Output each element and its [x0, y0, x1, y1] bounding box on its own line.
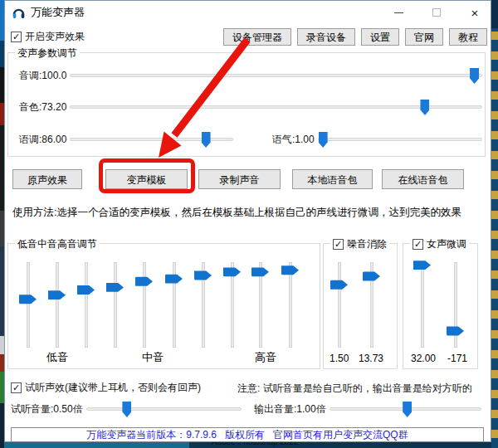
maximize-button[interactable]: [422, 2, 451, 23]
eq-thumb-10[interactable]: [281, 265, 299, 275]
tutorial-button[interactable]: 教程: [449, 28, 487, 46]
desktop: Adobe Photoshop 2022 万能变声器 × ✓ 开启变声效果 设备…: [0, 0, 498, 448]
topbar-buttons: 设备管理器 录音设备 设置 官网 教程: [223, 28, 487, 46]
timbre-slider[interactable]: [70, 99, 482, 115]
noise-thumb-2[interactable]: [363, 271, 380, 282]
intonation-slider[interactable]: [70, 131, 233, 148]
intonation-label: 语调:86.00: [19, 133, 66, 147]
eq-slider-4[interactable]: [105, 262, 125, 348]
original-voice-button[interactable]: 原声效果: [12, 169, 82, 189]
noise-value-2: 13.73: [359, 353, 383, 364]
output-volume-value: 1.00倍: [296, 403, 325, 415]
female-track-1[interactable]: [421, 262, 424, 348]
eq-track-5[interactable]: [143, 262, 146, 348]
intonation-slider-thumb[interactable]: [202, 132, 211, 148]
eq-thumb-2[interactable]: [48, 290, 66, 300]
eq-thumb-8[interactable]: [223, 266, 241, 277]
voice-template-button[interactable]: 变声模板: [105, 169, 188, 189]
close-button[interactable]: ×: [461, 2, 489, 23]
eq-slider-3[interactable]: [76, 262, 96, 348]
eq-slider-10[interactable]: [281, 262, 300, 348]
eq-track-2[interactable]: [56, 262, 59, 348]
noise-reduction-group: ✓ 噪音消除 1.50 13.73: [323, 243, 398, 369]
timbre-slider-thumb[interactable]: [420, 100, 429, 115]
female-slider-2[interactable]: [446, 262, 466, 348]
output-volume-thumb[interactable]: [403, 402, 412, 417]
eq-track-1[interactable]: [27, 262, 30, 348]
online-voice-pack-button[interactable]: 在线语音包: [382, 169, 464, 189]
enable-voice-label: 开启变声效果: [25, 30, 85, 44]
eq-slider-8[interactable]: [222, 262, 242, 348]
eq-thumb-7[interactable]: [194, 270, 212, 280]
usage-instructions: 使用方法:选择一个合适的变声模板，然后在模板基础上根据自己的声线进行微调，达到完…: [12, 206, 461, 220]
pitch-slider[interactable]: [70, 67, 482, 84]
female-value-2: -171: [447, 353, 467, 364]
eq-thumb-5[interactable]: [135, 276, 153, 287]
desktop-background-bottom: Adobe Photoshop 2022: [4, 442, 491, 448]
local-voice-pack-button[interactable]: 本地语音包: [292, 169, 373, 189]
listen-volume-slider[interactable]: [86, 401, 242, 417]
eq-slider-1[interactable]: [18, 262, 38, 348]
listen-volume-track[interactable]: [86, 407, 242, 411]
eq-slider-6[interactable]: [164, 262, 184, 348]
eq-thumb-4[interactable]: [106, 282, 124, 293]
checkbox-check-icon: ✓: [11, 382, 22, 393]
female-thumb-1[interactable]: [413, 260, 431, 270]
desktop-background-right: [491, 0, 498, 448]
timbre-value: 73.20: [42, 101, 66, 113]
female-slider-1[interactable]: [413, 262, 432, 348]
device-manager-button[interactable]: 设备管理器: [223, 28, 291, 46]
recording-device-button[interactable]: 录音设备: [297, 28, 355, 46]
settings-button[interactable]: 设置: [361, 28, 399, 46]
noise-slider-2[interactable]: [362, 262, 382, 348]
minimize-button[interactable]: [384, 2, 413, 23]
noise-thumb-1[interactable]: [330, 280, 348, 290]
pitch-slider-track[interactable]: [70, 74, 482, 77]
female-thumb-2[interactable]: [447, 325, 464, 336]
treble-label: 高音: [255, 350, 276, 365]
checkbox-check-icon: ✓: [333, 239, 344, 250]
tone-slider[interactable]: [318, 131, 482, 148]
record-voice-button[interactable]: 录制声音: [198, 169, 281, 189]
pitch-value: 100.0: [42, 70, 66, 81]
eq-track-10[interactable]: [289, 262, 292, 348]
tone-slider-track[interactable]: [318, 138, 482, 141]
voice-params-group-label: 变声参数调节: [15, 46, 80, 61]
version-text: 万能变声器当前版本：9.7.9.6 版权所有 官网首页有用户变声交流QQ群: [86, 428, 408, 442]
eq-track-3[interactable]: [85, 262, 88, 348]
monitor-sound-checkbox[interactable]: ✓ 试听声效(建议带上耳机，否则会有回声): [11, 381, 201, 395]
timbre-label: 音色:73.20: [19, 100, 66, 114]
tone-label: 语气:1.00: [272, 133, 315, 147]
tone-slider-thumb[interactable]: [319, 132, 328, 148]
noise-track-1[interactable]: [338, 262, 341, 348]
intonation-value: 86.00: [42, 134, 66, 145]
eq-slider-2[interactable]: [47, 262, 67, 348]
noise-value-1: 1.50: [330, 353, 349, 364]
eq-thumb-6[interactable]: [165, 274, 183, 285]
female-tuning-checkbox[interactable]: ✓ 女声微调: [410, 237, 469, 251]
bass-label: 低音: [46, 350, 68, 365]
eq-slider-5[interactable]: [134, 262, 154, 348]
eq-slider-7[interactable]: [193, 262, 213, 348]
noise-reduction-checkbox[interactable]: ✓ 噪音消除: [330, 237, 389, 251]
output-volume-slider[interactable]: [330, 401, 481, 417]
eq-thumb-3[interactable]: [77, 285, 95, 295]
eq-slider-9[interactable]: [251, 262, 271, 348]
titlebar: 万能变声器 ×: [5, 1, 491, 24]
eq-thumb-9[interactable]: [251, 266, 269, 277]
pitch-slider-thumb[interactable]: [470, 68, 479, 84]
listen-volume-thumb[interactable]: [122, 402, 131, 417]
maximize-icon: [432, 8, 441, 17]
eq-track-4[interactable]: [114, 262, 117, 348]
window-title: 万能变声器: [31, 5, 85, 20]
noise-slider-1[interactable]: [330, 262, 349, 348]
mid-label: 中音: [142, 350, 164, 365]
status-bar: 万能变声器当前版本：9.7.9.6 版权所有 官网首页有用户变声交流QQ群: [11, 427, 484, 442]
eq-thumb-1[interactable]: [19, 294, 37, 304]
official-site-button[interactable]: 官网: [405, 28, 443, 46]
minimize-icon: [394, 12, 403, 13]
female-tuning-group: ✓ 女声微调 32.00 -171: [403, 243, 478, 369]
monitor-sound-label: 试听声效(建议带上耳机，否则会有回声): [25, 381, 201, 395]
app-window: 万能变声器 × ✓ 开启变声效果 设备管理器 录音设备 设置 官网 教程 变声参…: [4, 0, 491, 442]
enable-voice-checkbox[interactable]: ✓ 开启变声效果: [11, 30, 85, 44]
